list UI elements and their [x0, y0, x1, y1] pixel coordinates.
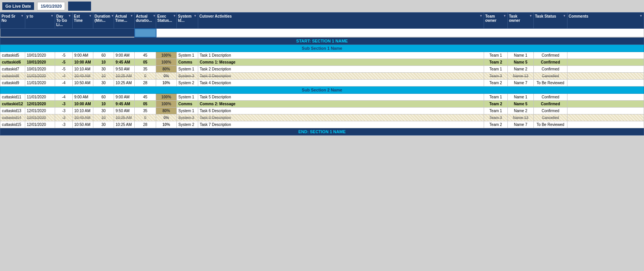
table-row: cuttaskid1412/01/2020-310:40 AM1010:25 A… [0, 114, 644, 121]
section1-end-row: END: SECTION 1 NAME [0, 128, 644, 135]
subsection2-row: Sub Section 2 Name [0, 86, 644, 93]
col-day-to-go[interactable]: Day To Go Li... ▼ [55, 13, 73, 29]
col-actual-dur[interactable]: Actual duratio... ▼ [135, 13, 156, 29]
table-row: cuttaskid710/01/2020-510:10 AM309:50 AM3… [0, 65, 644, 72]
col-est-arrow[interactable]: ▼ [89, 14, 92, 18]
col-task-status[interactable]: Task Status ▼ [534, 13, 567, 29]
col-exec-arrow[interactable]: ▼ [173, 14, 176, 18]
table-row: cuttaskid1212/01/2020-310:00 AM109:45 AM… [0, 100, 644, 107]
col-task-owner-arrow[interactable]: ▼ [529, 14, 532, 18]
empty-top-row [0, 29, 644, 37]
col-act-dur-arrow[interactable]: ▼ [153, 14, 156, 18]
col-yto-arrow[interactable]: ▼ [51, 14, 54, 18]
col-task-owner[interactable]: Task owner ▼ [508, 13, 534, 29]
col-exec-status[interactable]: Exec Status... ▼ [156, 13, 177, 29]
table-row: cuttaskid911/01/2020-410:50 AM3010:25 AM… [0, 79, 644, 86]
col-prod-sr-no[interactable]: Prod Sr No ▼ [0, 13, 25, 29]
table-row: cuttaskid510/01/2020-59:00 AM609:00 AM45… [0, 52, 644, 59]
col-cut-arrow[interactable]: ▼ [479, 14, 483, 18]
col-team-owner[interactable]: Team owner ▼ [484, 13, 508, 29]
go-live-label: Go Live Date [2, 2, 34, 10]
col-day-arrow[interactable]: ▼ [68, 14, 71, 18]
col-duration[interactable]: Duration (Min... ▼ [93, 13, 114, 29]
main-table: Prod Sr No ▼ y to ▼ Day To Go Li... ▼ Es… [0, 12, 644, 136]
col-system-id[interactable]: System Id... ▼ [177, 13, 198, 29]
col-team-arrow[interactable]: ▼ [503, 14, 506, 18]
table-row: cuttaskid1512/01/2020-310:50 AM3010:25 A… [0, 121, 644, 128]
blue-box-placeholder [68, 2, 91, 11]
col-y-to[interactable]: y to ▼ [25, 13, 55, 29]
col-est-time[interactable]: Est Time ▼ [73, 13, 93, 29]
section1-header-cell: START: SECTION 1 NAME [0, 37, 644, 45]
col-status-arrow[interactable]: ▼ [563, 14, 566, 18]
table-row: cuttaskid1111/01/2020-49:00 AM609:00 AM4… [0, 93, 644, 100]
col-comments-arrow[interactable]: ▼ [639, 14, 642, 18]
col-sys-arrow[interactable]: ▼ [194, 14, 197, 18]
col-actual-time[interactable]: Actual Time... ▼ [114, 13, 135, 29]
table-row: cuttaskid610/01/2020-510:00 AM109:45 AM0… [0, 59, 644, 65]
header-bar: Go Live Date 15/01/2020 [0, 0, 644, 12]
col-cutover[interactable]: Cutover Activities ▼ [198, 13, 484, 29]
table-row: cuttaskid1312/01/2020-310:10 AM309:50 AM… [0, 107, 644, 114]
section1-header-row: START: SECTION 1 NAME [0, 37, 644, 45]
go-live-date: 15/01/2020 [37, 2, 65, 10]
col-comments[interactable]: Comments ▼ [567, 13, 644, 29]
col-prod-arrow[interactable]: ▼ [21, 14, 24, 18]
table-row: cuttaskid811/01/2020-410:40 AM1010:25 AM… [0, 72, 644, 79]
subsection1-row: Sub Section 1 Name [0, 44, 644, 52]
subsection1-cell: Sub Section 1 Name [0, 44, 644, 52]
column-header-row: Prod Sr No ▼ y to ▼ Day To Go Li... ▼ Es… [0, 13, 644, 29]
col-act-time-arrow[interactable]: ▼ [130, 14, 133, 18]
